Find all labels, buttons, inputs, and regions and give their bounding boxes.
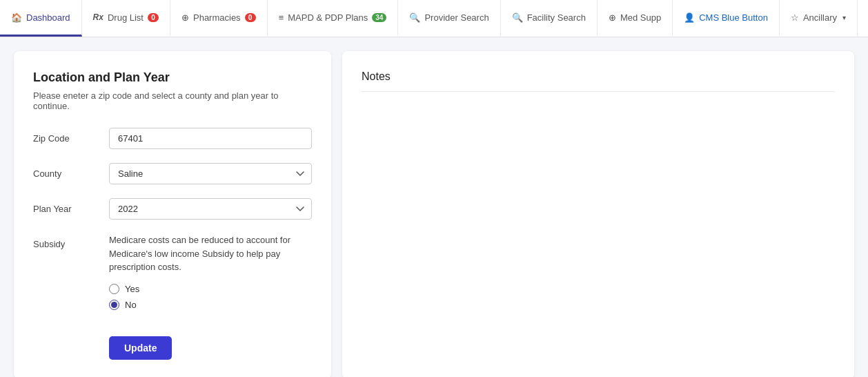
subsidy-control: Medicare costs can be reduced to account… [109, 233, 312, 316]
tab-mapd-pdp[interactable]: ≡ MAPD & PDP Plans 34 [268, 0, 399, 37]
zip-code-label: Zip Code [33, 128, 109, 144]
tab-dashboard[interactable]: 🏠 Dashboard [0, 0, 82, 37]
provider-search-icon: 🔍 [409, 12, 420, 23]
subsidy-no-radio[interactable] [109, 300, 119, 310]
drug-icon: Rx [93, 12, 103, 22]
home-icon: 🏠 [11, 12, 22, 23]
pharmacies-badge: 0 [245, 13, 256, 22]
subsidy-yes-label: Yes [125, 284, 139, 294]
location-plan-year-card: Location and Plan Year Please eneter a z… [14, 51, 331, 377]
zip-code-input[interactable] [109, 128, 312, 149]
tab-facility-search[interactable]: 🔍 Facility Search [501, 0, 598, 37]
tab-ancillary-label: Ancillary [803, 12, 837, 23]
update-button[interactable]: Update [109, 336, 172, 360]
facility-search-icon: 🔍 [512, 12, 523, 23]
subsidy-yes-row: Yes [109, 284, 312, 294]
main-content: Location and Plan Year Please eneter a z… [0, 37, 868, 377]
pharmacies-icon: ⊕ [181, 12, 189, 23]
person-icon: 👤 [684, 12, 695, 23]
card-title: Location and Plan Year [33, 70, 312, 85]
drug-list-badge: 0 [148, 13, 159, 22]
notes-title: Notes [362, 70, 835, 92]
subsidy-no-label: No [125, 300, 137, 310]
tab-provider-search-label: Provider Search [424, 12, 489, 23]
tab-provider-search[interactable]: 🔍 Provider Search [398, 0, 500, 37]
zip-code-control [109, 128, 312, 149]
tab-cms-label: CMS Blue Button [699, 12, 768, 23]
plan-year-select[interactable]: 2022 2023 2024 [109, 198, 312, 220]
tab-pharmacies[interactable]: ⊕ Pharmacies 0 [170, 0, 268, 37]
subsidy-label: Subsidy [33, 233, 109, 249]
plan-year-label: Plan Year [33, 198, 109, 214]
tab-med-supp-label: Med Supp [620, 12, 661, 23]
county-label: County [33, 163, 109, 179]
mapd-icon: ≡ [279, 12, 284, 23]
county-row: County Saline [33, 163, 312, 184]
tab-mapd-label: MAPD & PDP Plans [288, 12, 368, 23]
tab-pharmacies-label: Pharmacies [193, 12, 241, 23]
card-subtitle: Please eneter a zip code and select a co… [33, 90, 312, 111]
tab-facility-search-label: Facility Search [527, 12, 586, 23]
med-supp-icon: ⊕ [609, 12, 616, 23]
county-select[interactable]: Saline [109, 163, 312, 184]
notes-card: Notes [342, 51, 854, 377]
tab-dashboard-label: Dashboard [26, 12, 70, 23]
star-icon: ☆ [791, 12, 799, 23]
subsidy-yes-radio[interactable] [109, 284, 119, 294]
county-control: Saline [109, 163, 312, 184]
mapd-badge: 34 [372, 13, 386, 22]
tab-ancillary[interactable]: ☆ Ancillary ▾ [780, 0, 858, 37]
tab-drug-list-label: Drug List [108, 12, 144, 23]
subsidy-no-row: No [109, 300, 312, 310]
plan-year-control: 2022 2023 2024 [109, 198, 312, 220]
chevron-down-icon: ▾ [842, 14, 846, 21]
nav-bar: 🏠 Dashboard Rx Drug List 0 ⊕ Pharmacies … [0, 0, 868, 37]
tab-med-supp[interactable]: ⊕ Med Supp [598, 0, 673, 37]
zip-code-row: Zip Code [33, 128, 312, 149]
subsidy-row: Subsidy Medicare costs can be reduced to… [33, 233, 312, 316]
tab-drug-list[interactable]: Rx Drug List 0 [82, 0, 170, 37]
subsidy-description: Medicare costs can be reduced to account… [109, 233, 312, 274]
tab-cms-blue-button[interactable]: 👤 CMS Blue Button [673, 0, 780, 37]
plan-year-row: Plan Year 2022 2023 2024 [33, 198, 312, 220]
